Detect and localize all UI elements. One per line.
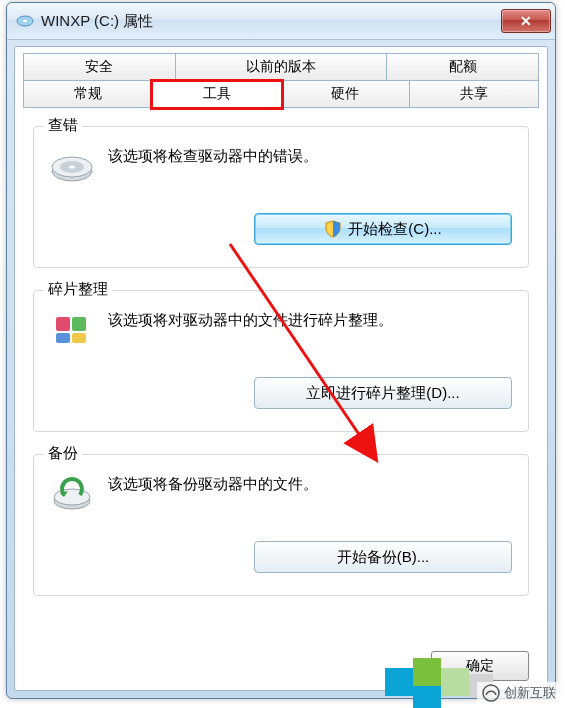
group-defrag: 碎片整理 该选项将对驱动器中的文件进行碎片整理。 立即进行碎片整 — [33, 290, 529, 432]
dialog-body: 安全 以前的版本 配额 常规 工具 硬件 共享 查错 — [14, 46, 548, 691]
watermark-text: 创新互联 — [504, 684, 556, 702]
defrag-desc: 该选项将对驱动器中的文件进行碎片整理。 — [108, 309, 393, 330]
svg-point-1 — [23, 20, 27, 22]
backup-desc: 该选项将备份驱动器中的文件。 — [108, 473, 318, 494]
tab-sharing[interactable]: 共享 — [409, 81, 539, 108]
group-backup: 备份 该选项将备份驱动器中的文件。 开始备份(B)... — [33, 454, 529, 596]
tab-quota[interactable]: 配额 — [386, 53, 539, 81]
group-check-disk: 查错 该选项将检查驱动器中的错误。 — [33, 126, 529, 268]
svg-rect-6 — [56, 317, 70, 331]
tabs-container: 安全 以前的版本 配额 常规 工具 硬件 共享 — [15, 47, 547, 108]
tab-row-2: 常规 工具 硬件 共享 — [23, 81, 539, 108]
svg-rect-9 — [72, 333, 86, 343]
watermark: 创新互联 — [477, 682, 561, 704]
check-desc: 该选项将检查驱动器中的错误。 — [108, 145, 318, 166]
tab-general[interactable]: 常规 — [23, 81, 153, 108]
group-title-defrag: 碎片整理 — [44, 280, 112, 299]
tab-tools[interactable]: 工具 — [152, 81, 282, 108]
group-title-check: 查错 — [44, 116, 82, 135]
start-defrag-button[interactable]: 立即进行碎片整理(D)... — [254, 377, 512, 409]
window-title: WINXP (C:) 属性 — [41, 12, 501, 31]
defrag-icon — [50, 309, 94, 349]
start-check-label: 开始检查(C)... — [348, 220, 441, 239]
backup-icon — [50, 473, 94, 513]
ok-button[interactable]: 确定 — [431, 651, 529, 681]
start-backup-label: 开始备份(B)... — [337, 548, 430, 567]
tab-content: 查错 该选项将检查驱动器中的错误。 — [15, 108, 547, 642]
tab-security[interactable]: 安全 — [23, 53, 176, 81]
shield-icon — [324, 220, 342, 238]
titlebar[interactable]: WINXP (C:) 属性 ✕ — [7, 3, 555, 40]
dialog-buttons: 确定 — [15, 642, 547, 690]
start-defrag-label: 立即进行碎片整理(D)... — [306, 384, 459, 403]
watermark-icon — [482, 684, 500, 702]
tab-row-1: 安全 以前的版本 配额 — [23, 53, 539, 81]
svg-point-18 — [483, 685, 499, 701]
drive-icon — [50, 145, 94, 185]
properties-dialog: WINXP (C:) 属性 ✕ 安全 以前的版本 配额 常规 工具 硬件 共享 … — [6, 2, 556, 699]
close-icon: ✕ — [520, 13, 532, 29]
tab-previous-versions[interactable]: 以前的版本 — [175, 53, 388, 81]
drive-icon-small — [15, 11, 35, 31]
start-check-button[interactable]: 开始检查(C)... — [254, 213, 512, 245]
svg-rect-7 — [72, 317, 86, 331]
svg-point-11 — [54, 489, 90, 505]
group-title-backup: 备份 — [44, 444, 82, 463]
svg-rect-8 — [56, 333, 70, 343]
close-button[interactable]: ✕ — [501, 9, 551, 33]
svg-point-5 — [69, 166, 75, 169]
tab-hardware[interactable]: 硬件 — [281, 81, 411, 108]
start-backup-button[interactable]: 开始备份(B)... — [254, 541, 512, 573]
